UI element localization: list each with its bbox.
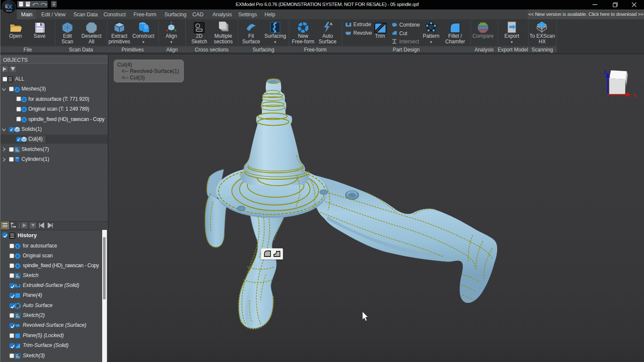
svg-text:Model: Model [6, 9, 12, 12]
svg-text:z: z [604, 69, 607, 75]
svg-text:x: x [633, 92, 637, 98]
svg-text:A: A [330, 22, 333, 26]
